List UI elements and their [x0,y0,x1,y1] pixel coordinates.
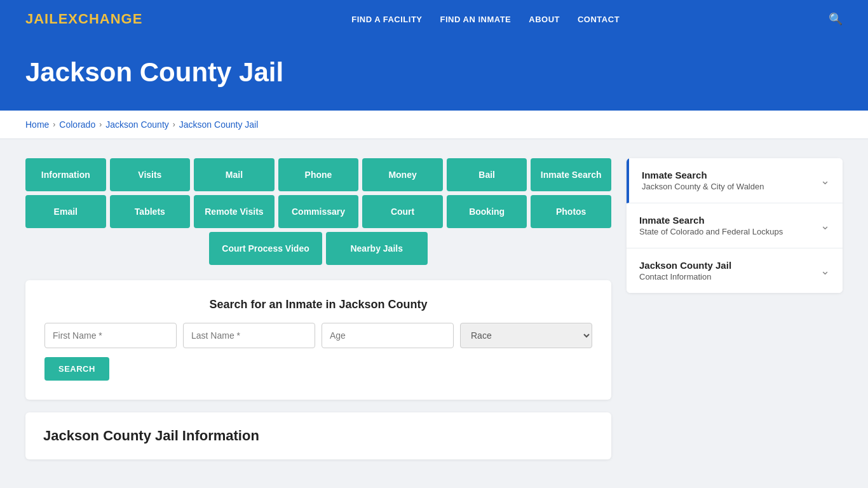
breadcrumb-sep: › [99,120,102,129]
nav-btn-booking[interactable]: Booking [447,195,527,228]
info-section: Jackson County Jail Information [25,412,611,459]
nav-menu: FIND A FACILITYFIND AN INMATEABOUTCONTAC… [351,13,620,25]
nav-link-find-inmate[interactable]: FIND AN INMATE [440,15,512,24]
nav-grid-row2: EmailTabletsRemote VisitsCommissaryCourt… [25,195,611,228]
sidebar-item-text-inmate-search-jackson: Inmate SearchJackson County & City of Wa… [642,170,764,191]
nav-btn-court-process-video[interactable]: Court Process Video [209,232,322,265]
nav-link-find-facility[interactable]: FIND A FACILITY [351,15,422,24]
sidebar-item-text-contact-information: Jackson County JailContact Information [639,260,731,281]
nav-grid-row3: Court Process VideoNearby Jails [25,232,611,265]
race-select[interactable]: RaceWhiteBlackHispanicAsianOther [460,323,592,348]
nav-btn-remote-visits[interactable]: Remote Visits [194,195,275,228]
logo-jail: JAIL [25,11,58,27]
nav-btn-email[interactable]: Email [25,195,106,228]
age-input[interactable] [322,323,454,348]
breadcrumb-sep: › [53,120,55,129]
left-column: InformationVisitsMailPhoneMoneyBailInmat… [25,158,611,459]
nav-grid-row1: InformationVisitsMailPhoneMoneyBailInmat… [25,158,611,191]
nav-btn-court[interactable]: Court [362,195,443,228]
nav-btn-commissary[interactable]: Commissary [278,195,359,228]
site-logo[interactable]: JAILEXCHANGE [25,11,142,27]
first-name-input[interactable] [44,323,177,348]
chevron-down-icon: ⌄ [820,219,830,233]
hero-section: Jackson County Jail [0,38,868,111]
search-fields: RaceWhiteBlackHispanicAsianOther [44,323,592,348]
nav-btn-money[interactable]: Money [362,158,443,191]
main-content: InformationVisitsMailPhoneMoneyBailInmat… [0,139,868,478]
breadcrumb-bar: Home›Colorado›Jackson County›Jackson Cou… [0,111,868,139]
nav-btn-phone[interactable]: Phone [278,158,359,191]
chevron-down-icon: ⌄ [820,173,830,187]
breadcrumb-link-home[interactable]: Home [25,119,49,130]
breadcrumb-link-colorado[interactable]: Colorado [59,119,95,130]
search-icon[interactable]: 🔍 [829,12,843,26]
search-button[interactable]: SEARCH [44,357,109,381]
info-title: Jackson County Jail Information [43,428,593,444]
nav-btn-visits[interactable]: Visits [110,158,191,191]
page-title: Jackson County Jail [25,57,843,88]
chevron-down-icon: ⌄ [820,264,830,278]
sidebar-item-title-inmate-search-colorado: Inmate Search [639,215,783,226]
nav-btn-nearby-jails[interactable]: Nearby Jails [326,232,428,265]
nav-btn-inmate-search[interactable]: Inmate Search [531,158,611,191]
nav-link-about[interactable]: ABOUT [529,15,560,24]
breadcrumb-link-jackson-county[interactable]: Jackson County [105,119,169,130]
sidebar-item-subtitle-inmate-search-colorado: State of Colorado and Federal Lockups [639,227,783,236]
sidebar-item-inmate-search-colorado[interactable]: Inmate SearchState of Colorado and Feder… [627,203,843,248]
sidebar-item-contact-information[interactable]: Jackson County JailContact Information⌄ [627,248,843,293]
sidebar-item-subtitle-contact-information: Contact Information [639,272,731,281]
sidebar-item-subtitle-inmate-search-jackson: Jackson County & City of Walden [642,182,764,191]
nav-btn-information[interactable]: Information [25,158,106,191]
sidebar-item-inmate-search-jackson[interactable]: Inmate SearchJackson County & City of Wa… [627,158,843,203]
nav-btn-tablets[interactable]: Tablets [110,195,191,228]
breadcrumb-current: Jackson County Jail [179,119,259,130]
navbar: JAILEXCHANGE FIND A FACILITYFIND AN INMA… [0,0,868,38]
nav-link-contact[interactable]: CONTACT [578,15,620,24]
nav-btn-mail[interactable]: Mail [194,158,275,191]
breadcrumb-sep: › [173,120,175,129]
sidebar-item-text-inmate-search-colorado: Inmate SearchState of Colorado and Feder… [639,215,783,236]
logo-exchange: EXCHANGE [58,11,143,27]
sidebar-item-title-inmate-search-jackson: Inmate Search [642,170,764,180]
last-name-input[interactable] [183,323,315,348]
search-title: Search for an Inmate in Jackson County [44,298,592,311]
nav-btn-photos[interactable]: Photos [531,195,611,228]
search-box: Search for an Inmate in Jackson County R… [25,280,611,400]
sidebar-item-title-contact-information: Jackson County Jail [639,260,731,271]
nav-btn-bail[interactable]: Bail [447,158,527,191]
sidebar-card: Inmate SearchJackson County & City of Wa… [627,158,843,293]
right-sidebar: Inmate SearchJackson County & City of Wa… [627,158,843,295]
breadcrumb: Home›Colorado›Jackson County›Jackson Cou… [25,119,843,130]
